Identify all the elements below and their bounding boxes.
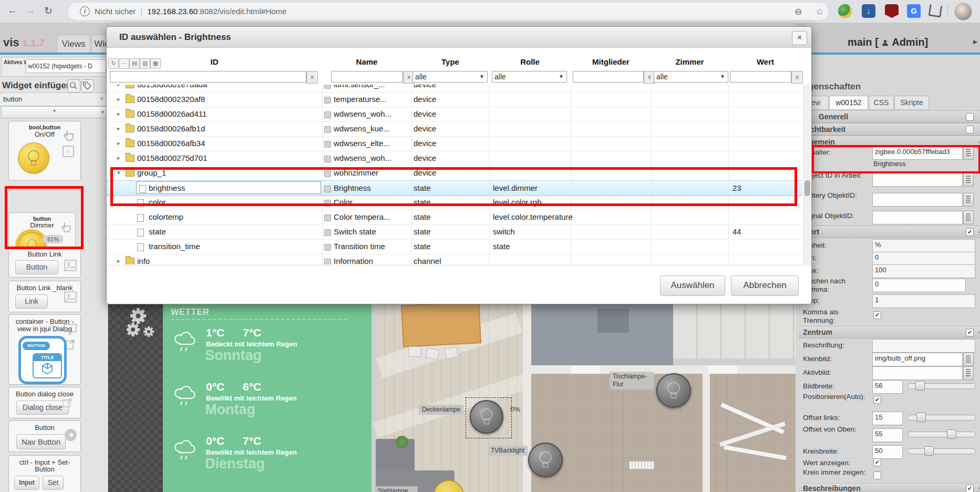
max-field[interactable]: 100	[872, 264, 975, 278]
column-header-name[interactable]: Name	[322, 57, 411, 69]
offset-oben-slider[interactable]	[907, 432, 976, 437]
expand-icon[interactable]: ▸	[117, 96, 120, 102]
section-sichtbarkeit[interactable]: Sichtbarkeit	[799, 123, 980, 136]
address-bar[interactable]: i Nicht sicher|192.168.23.60:8082/vis/ed…	[68, 3, 828, 20]
column-header-mitglieder[interactable]: Mitglieder	[571, 57, 651, 69]
tree-row[interactable]: ▸ info Information channel	[107, 254, 802, 264]
kreisbreite-slider[interactable]	[907, 448, 976, 454]
close-icon[interactable]: ×	[792, 31, 807, 45]
clear-filter-icon[interactable]: x	[306, 71, 318, 84]
offset-links-slider[interactable]	[907, 415, 976, 421]
widget-card-onoff[interactable]: bool,button On/Off ✓	[8, 121, 81, 181]
widget-category-select[interactable]: * ▾	[1, 106, 108, 118]
search-icon[interactable]	[67, 79, 80, 93]
wert-anzeigen-checkbox[interactable]: ✔	[873, 458, 881, 466]
section-checkbox[interactable]	[966, 113, 974, 121]
slider-handle[interactable]	[915, 381, 925, 391]
clear-filter-icon[interactable]: x	[791, 71, 803, 84]
column-header-wert[interactable]: Wert	[728, 57, 802, 69]
filter-zimmer-select[interactable]: alle▼	[654, 71, 728, 83]
filter-name-input[interactable]	[331, 71, 403, 83]
cancel-button[interactable]: Abbrechen	[731, 275, 799, 296]
scrollbar-thumb[interactable]	[804, 180, 810, 196]
tree-row[interactable]: transition_time Transition time state st…	[107, 239, 802, 254]
widget-card-dialog-close[interactable]: Button dialog close Dialog close	[8, 387, 81, 418]
filter-rolle-select[interactable]: alle▼	[492, 71, 567, 83]
expand-icon[interactable]: ▸	[117, 125, 120, 132]
filter-mitglieder-input[interactable]	[573, 71, 644, 83]
offset-oben-field[interactable]: 55	[872, 428, 903, 442]
tree-row[interactable]: state Switch state state switch 44	[107, 224, 802, 240]
reload-icon[interactable]: ↻	[44, 5, 53, 17]
panel-collapse-icon[interactable]: ▶	[973, 38, 977, 45]
lamp-knob-deckenlampe[interactable]	[470, 400, 503, 434]
select-id-button[interactable]	[963, 173, 974, 187]
tab-widget-id[interactable]: w00152	[829, 96, 868, 110]
bildbreite-slider[interactable]	[907, 383, 976, 389]
extension-globe-icon[interactable]	[838, 4, 852, 18]
beschriftung-field[interactable]	[872, 339, 975, 353]
widget-filter[interactable]: button ×	[0, 93, 108, 106]
extension-translate-icon[interactable]: G	[907, 4, 921, 18]
step-field[interactable]: 1	[872, 294, 975, 308]
filter-id-input[interactable]	[110, 71, 306, 83]
widget-card-nav-button[interactable]: Button Nav Button	[8, 421, 81, 452]
section-checkbox[interactable]	[966, 126, 974, 134]
column-header-id[interactable]: ID	[107, 57, 322, 69]
expand-icon[interactable]: ▸	[117, 85, 120, 88]
column-header-zimmer[interactable]: Zimmer	[651, 57, 728, 69]
tree-row[interactable]: ▸ 00158d00026afb1d wdwsens_kue... device	[107, 121, 802, 137]
browser-avatar[interactable]	[954, 3, 972, 20]
extension-ublock-icon[interactable]	[885, 4, 899, 18]
tree-row[interactable]: ▸ 00158d000275d701 wdwsens_woh... device	[107, 151, 802, 166]
extension-recycle-icon[interactable]	[928, 3, 942, 17]
widget-card-input-set[interactable]: ctrl - Input + Set- Button Input Set	[8, 455, 81, 492]
widget-card-button-link[interactable]: Button Link Button	[8, 247, 81, 278]
slider-handle[interactable]	[947, 429, 956, 439]
select-image-button[interactable]	[963, 366, 974, 380]
section-wert[interactable]: Wert ✔ ▴	[799, 226, 980, 238]
komma-field[interactable]: 0	[872, 279, 966, 292]
bildbreite-field[interactable]: 56	[872, 380, 903, 394]
aktivbild-field[interactable]	[872, 366, 963, 380]
tree-row[interactable]: ▸ 00158d00026ad411 wdwsens_woh... device	[107, 107, 802, 122]
slider-handle[interactable]	[924, 446, 934, 456]
slider-handle[interactable]	[916, 413, 926, 422]
kreis-immer-checkbox[interactable]	[873, 472, 881, 479]
widget-card-container-dialog[interactable]: container - Button - view in jqui Dialog…	[8, 314, 81, 385]
gears-icon[interactable]	[127, 308, 157, 339]
filter-type-select[interactable]: alle▼	[412, 71, 488, 83]
table-scrollbar[interactable]	[803, 85, 811, 264]
signal-field[interactable]	[872, 211, 963, 224]
filter-wert-input[interactable]	[730, 71, 791, 83]
kreisbreite-field[interactable]: 50	[872, 445, 903, 459]
min-field[interactable]: 0	[872, 252, 975, 265]
lamp-knob-tvbacklight[interactable]	[528, 443, 563, 477]
lamp-knob-tischlampe[interactable]	[656, 373, 691, 408]
dialog-titlebar[interactable]: ID auswählen - Brightness	[107, 27, 811, 48]
section-zentrum[interactable]: Zentrum ✔ ▴	[799, 326, 980, 339]
select-button[interactable]: Auswählen	[660, 275, 725, 296]
kleinbild-field[interactable]: img/bulb_off.png	[872, 353, 963, 366]
section-checkbox[interactable]: ✔	[966, 485, 974, 492]
active-widget-input[interactable]	[26, 59, 106, 73]
battery-field[interactable]	[872, 193, 963, 207]
expand-icon[interactable]: ▸	[117, 140, 120, 147]
tab-views[interactable]: Views	[57, 35, 90, 53]
tree-row[interactable]: ▸ 00158d00026afb34 wdwsens_elte... devic…	[107, 136, 802, 151]
positionieren-checkbox[interactable]: ✔	[873, 396, 881, 404]
tree-row[interactable]: colortemp Color tempera... state level.c…	[107, 210, 802, 225]
offset-links-field[interactable]: 15	[872, 412, 903, 425]
bookmark-star-icon[interactable]: ☆	[816, 6, 823, 17]
section-generell[interactable]: Generell	[799, 110, 980, 123]
clear-filter-icon[interactable]: ×	[100, 95, 104, 102]
section-beschreibungen[interactable]: Beschreibungen ✔ ▴	[799, 483, 980, 492]
einheit-field[interactable]: %	[872, 239, 975, 253]
tree-row[interactable]: ▸ 00158d0002320af8 temperaturse... devic…	[107, 92, 802, 107]
select-id-button[interactable]	[963, 211, 974, 224]
extension-download-icon[interactable]: ↓	[862, 4, 875, 18]
expand-icon[interactable]: ▸	[117, 258, 120, 264]
widget-card-button-link-blank[interactable]: Button Link _blank Link	[8, 281, 81, 312]
column-header-type[interactable]: Type	[411, 57, 489, 69]
select-image-button[interactable]	[963, 353, 974, 366]
